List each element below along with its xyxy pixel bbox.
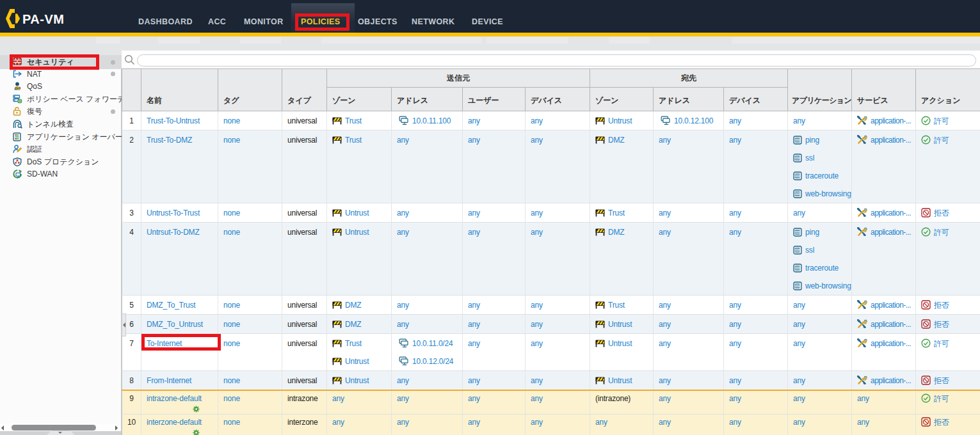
svg-text:QoS: QoS [15,86,20,90]
